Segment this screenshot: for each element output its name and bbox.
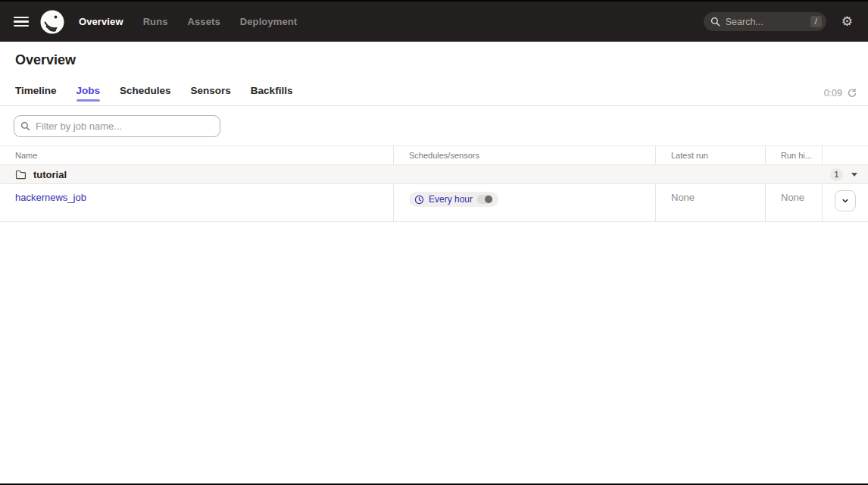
filter-search-icon bbox=[20, 121, 30, 131]
overview-tabs: Timeline Jobs Schedules Sensors Backfill… bbox=[0, 86, 868, 106]
schedules-cell: Every hour bbox=[394, 184, 656, 221]
schedule-toggle[interactable] bbox=[477, 195, 493, 204]
search-shortcut-badge: / bbox=[810, 16, 822, 27]
latest-run-cell: None bbox=[656, 184, 766, 221]
nav-item-assets[interactable]: Assets bbox=[188, 16, 220, 27]
hamburger-menu-icon[interactable] bbox=[14, 17, 29, 27]
global-search-input[interactable]: Search... / bbox=[704, 12, 826, 31]
column-header-run-history: Run hi... bbox=[766, 146, 823, 164]
schedule-chip[interactable]: Every hour bbox=[409, 192, 498, 207]
nav-item-runs[interactable]: Runs bbox=[143, 16, 168, 27]
tab-backfills[interactable]: Backfills bbox=[251, 86, 293, 105]
job-filter-input[interactable] bbox=[14, 115, 220, 137]
job-row-hackernews-job: hackernews_job Every hour None None bbox=[0, 184, 868, 222]
filter-section bbox=[0, 106, 868, 137]
auto-refresh-status: 0:09 bbox=[824, 88, 857, 105]
job-link[interactable]: hackernews_job bbox=[15, 192, 86, 203]
group-collapse-caret-icon[interactable] bbox=[851, 173, 857, 177]
clock-icon bbox=[414, 195, 424, 205]
row-actions-cell bbox=[823, 184, 868, 221]
column-header-latest-run: Latest run bbox=[656, 146, 766, 164]
nav-item-deployment[interactable]: Deployment bbox=[240, 16, 297, 27]
tab-timeline[interactable]: Timeline bbox=[15, 86, 57, 105]
row-menu-button[interactable] bbox=[835, 190, 856, 211]
group-job-count-badge: 1 bbox=[830, 168, 843, 181]
column-header-actions bbox=[823, 146, 868, 164]
refresh-countdown: 0:09 bbox=[824, 88, 842, 99]
tab-jobs[interactable]: Jobs bbox=[76, 86, 101, 105]
nav-right-section: Search... / ⚙ bbox=[704, 12, 856, 31]
column-header-name: Name bbox=[0, 146, 394, 164]
job-name-cell: hackernews_job bbox=[0, 184, 394, 221]
gear-icon[interactable]: ⚙ bbox=[841, 15, 853, 28]
group-name: tutorial bbox=[33, 169, 67, 180]
dagster-logo-icon[interactable] bbox=[39, 9, 65, 35]
top-nav: Overview Runs Assets Deployment Search..… bbox=[0, 0, 868, 42]
tab-sensors[interactable]: Sensors bbox=[191, 86, 231, 105]
folder-icon bbox=[15, 170, 27, 180]
search-placeholder: Search... bbox=[726, 17, 763, 27]
schedule-label: Every hour bbox=[429, 194, 473, 205]
table-header-row: Name Schedules/sensors Latest run Run hi… bbox=[0, 146, 868, 165]
repo-group-row-tutorial[interactable]: tutorial 1 bbox=[0, 165, 868, 184]
nav-item-overview[interactable]: Overview bbox=[79, 16, 123, 27]
column-header-schedules-sensors: Schedules/sensors bbox=[394, 146, 656, 164]
search-icon bbox=[710, 17, 720, 27]
refresh-icon[interactable] bbox=[847, 88, 857, 99]
page-title: Overview bbox=[0, 42, 868, 67]
run-history-cell: None bbox=[766, 184, 823, 221]
primary-nav: Overview Runs Assets Deployment bbox=[79, 16, 297, 27]
chevron-down-icon bbox=[841, 196, 850, 205]
jobs-table: Name Schedules/sensors Latest run Run hi… bbox=[0, 146, 868, 222]
tab-schedules[interactable]: Schedules bbox=[120, 86, 171, 105]
